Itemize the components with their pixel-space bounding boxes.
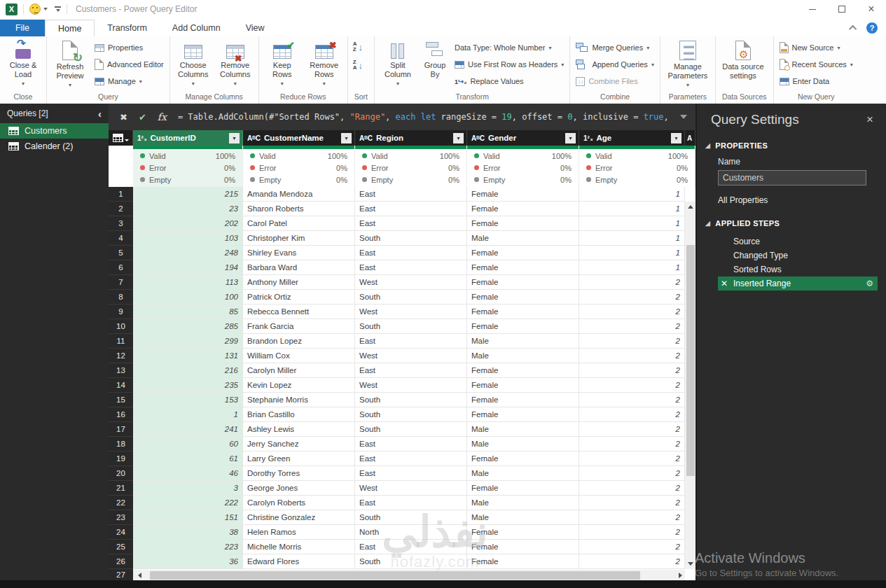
tab-view[interactable]: View [233,20,277,36]
collapse-ribbon-icon[interactable] [849,25,857,33]
table-cell[interactable]: West [355,481,467,496]
table-cell[interactable]: Female [467,246,579,260]
table-cell[interactable]: Male [467,496,579,510]
table-cell[interactable]: Female [467,275,579,290]
applied-step-source[interactable]: Source [718,234,878,248]
table-cell[interactable]: 1 [579,246,685,260]
table-cell[interactable]: William Cox [243,349,355,363]
vertical-scrollbar[interactable] [685,202,695,569]
table-cell[interactable]: East [355,202,467,216]
append-queries-button[interactable]: Append Queries [572,56,658,73]
smiley-dropdown-caret-icon[interactable] [43,8,48,10]
table-cell[interactable]: Helen Ramos [243,525,355,540]
tab-home[interactable]: Home [45,20,95,36]
row-number[interactable]: 8 [109,290,133,304]
row-number[interactable]: 19 [109,451,133,466]
row-number[interactable]: 14 [109,378,133,393]
row-number[interactable]: 9 [109,304,133,319]
filter-dropdown-icon[interactable] [341,133,352,144]
table-cell[interactable]: 194 [133,260,243,275]
table-cell[interactable]: Carol Patel [243,216,355,231]
row-number[interactable]: 13 [109,363,133,378]
table-cell[interactable]: 2 [579,422,685,437]
row-number[interactable]: 25 [109,540,133,554]
manage-parameters-button[interactable]: Manage Parameters [663,38,713,90]
table-cell[interactable]: 1 [579,202,685,216]
row-number[interactable]: 12 [109,349,133,363]
column-header-gender[interactable]: AᴮCGender [467,130,579,146]
choose-columns-button[interactable]: Choose Columns [172,38,214,88]
table-cell[interactable]: West [355,378,467,393]
table-cell[interactable]: East [355,363,467,378]
table-cell[interactable]: Stephanie Morris [243,393,355,407]
query-item-customers[interactable]: Customers [0,123,109,139]
sort-ascending-button[interactable]: AZ↓ [350,38,366,56]
table-cell[interactable]: 241 [133,422,243,437]
table-cell[interactable]: 2 [579,510,685,525]
row-number[interactable]: 4 [109,231,133,246]
table-cell[interactable]: South [355,319,467,334]
table-cell[interactable]: George Jones [243,481,355,496]
table-cell[interactable]: Female [467,319,579,334]
table-cell[interactable]: 61 [133,451,243,466]
table-cell[interactable]: Female [467,378,579,393]
table-cell[interactable]: 131 [133,349,243,363]
scroll-right-icon[interactable] [672,570,685,580]
row-number[interactable]: 5 [109,246,133,260]
merge-queries-button[interactable]: Merge Queries [572,39,658,56]
table-cell[interactable]: East [355,496,467,510]
table-cell[interactable]: East [355,334,467,349]
table-cell[interactable]: 113 [133,275,243,290]
replace-values-button[interactable]: 1↪₂Replace Values [451,73,567,90]
table-cell[interactable]: 2 [579,554,685,569]
filter-dropdown-icon[interactable] [229,133,240,144]
properties-button[interactable]: Properties [91,39,167,56]
help-icon[interactable]: ? [866,22,878,34]
table-cell[interactable]: Female [467,202,579,216]
column-header-region[interactable]: AᴮCRegion [355,130,467,146]
table-cell[interactable]: Female [467,393,579,407]
manage-button[interactable]: Manage [91,73,167,90]
table-cell[interactable]: 1 [579,187,685,202]
table-cell[interactable]: Female [467,451,579,466]
table-cell[interactable]: Ashley Lewis [243,422,355,437]
tab-add-column[interactable]: Add Column [160,20,233,36]
all-properties-link[interactable]: All Properties [697,186,886,206]
table-cell[interactable]: Amanda Mendoza [243,187,355,202]
scroll-up-icon[interactable] [685,202,695,212]
table-cell[interactable]: 2 [579,525,685,540]
commit-formula-icon[interactable]: ✔ [139,112,146,122]
row-number[interactable]: 18 [109,437,133,451]
table-cell[interactable]: East [355,540,467,554]
table-cell[interactable]: South [355,422,467,437]
table-cell[interactable]: East [355,437,467,451]
table-cell[interactable]: North [355,525,467,540]
filter-dropdown-icon[interactable] [671,133,681,144]
refresh-preview-button[interactable]: ↻Refresh Preview [49,38,91,90]
table-cell[interactable]: Female [467,481,579,496]
table-cell[interactable]: Kevin Lopez [243,378,355,393]
table-cell[interactable]: 216 [133,363,243,378]
filter-dropdown-icon[interactable] [453,133,464,144]
applied-step-sorted-rows[interactable]: Sorted Rows [718,262,878,276]
row-number[interactable]: 15 [109,393,133,407]
table-cell[interactable]: West [355,304,467,319]
tab-file[interactable]: File [0,20,45,36]
table-cell[interactable]: 222 [133,496,243,510]
table-cell[interactable]: 2 [579,378,685,393]
table-cell[interactable]: 2 [579,466,685,481]
table-cell[interactable]: Patrick Ortiz [243,290,355,304]
table-cell[interactable]: South [355,231,467,246]
table-cell[interactable]: 3 [133,481,243,496]
table-cell[interactable]: Anthony Miller [243,275,355,290]
row-number[interactable]: 7 [109,275,133,290]
table-cell[interactable]: Brian Castillo [243,407,355,422]
table-cell[interactable]: Sharon Roberts [243,202,355,216]
table-cell[interactable]: Male [467,422,579,437]
table-cell[interactable]: Shirley Evans [243,246,355,260]
advanced-editor-button[interactable]: Advanced Editor [91,56,167,73]
close-button[interactable]: × [857,0,886,18]
vertical-scrollbar-thumb[interactable] [686,245,695,476]
table-cell[interactable]: 38 [133,525,243,540]
column-header-customerid[interactable]: 1²₃CustomerID [133,130,243,146]
